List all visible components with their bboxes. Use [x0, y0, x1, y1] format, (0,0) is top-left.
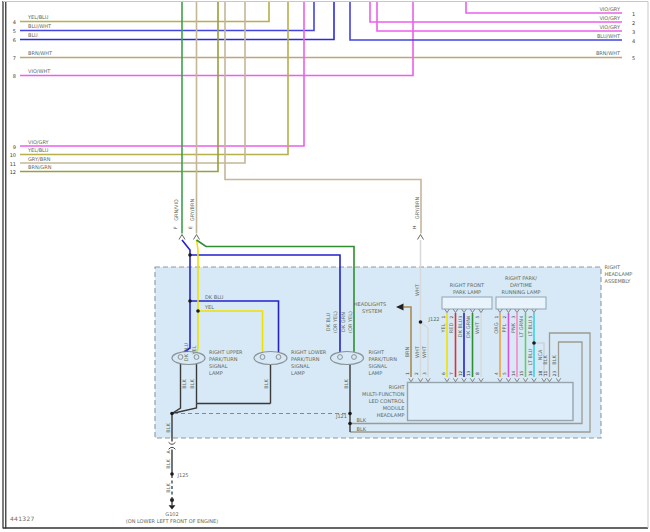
- module-pin-16: 16: [528, 371, 533, 377]
- label-lt-blu: LT BLU: [527, 348, 533, 365]
- label-ppl: PPL: [501, 323, 507, 332]
- label-or-yel: (OR YEL): [332, 311, 338, 333]
- label-dk-blu: DK BLU: [205, 294, 224, 300]
- label-red: RED: [448, 323, 454, 334]
- headlights-system-label-2: SYSTEM: [362, 308, 382, 314]
- module-title-5: HEADLAMP: [377, 412, 405, 418]
- junction-j121-lower: [348, 422, 352, 426]
- connector-f-arrow: [179, 235, 185, 240]
- right-pin-5: 5: [632, 55, 635, 61]
- module-pin-11: 11: [543, 371, 548, 377]
- right-lower-park-turn-signal-lamp-pin-1: [260, 355, 265, 360]
- label-blk: BLK: [343, 379, 349, 389]
- lamp1-title-1: RIGHT UPPER: [209, 349, 243, 355]
- connector-a-label: A: [166, 450, 171, 454]
- lamp3-title-1: RIGHT: [369, 349, 386, 355]
- label-blk: BLK: [189, 379, 195, 389]
- assembly-label-3: ASSEMBLY: [605, 278, 632, 284]
- label-3: 3: [511, 315, 516, 318]
- assembly-label-1: RIGHT: [605, 264, 622, 270]
- label-4: 4: [519, 315, 524, 318]
- label-wht: WHT: [414, 283, 420, 296]
- left-wire-11-gry-brn: [20, 1, 245, 163]
- label-yel: YEL: [440, 323, 446, 333]
- module-title-4: MODULE: [383, 405, 405, 411]
- lamp3-title-3: SIGNAL: [369, 363, 388, 369]
- left-pin-5: 5: [13, 28, 16, 34]
- label-blk: BLK: [165, 423, 171, 433]
- module-pin-2: 2: [414, 372, 419, 375]
- right-park-turn-signal-lamp: [331, 352, 364, 365]
- left-pin-7: 7: [13, 55, 16, 61]
- label-blk: BLK: [165, 483, 171, 493]
- vertical-gry-brn-to-h: [225, 1, 421, 234]
- module-pin-13: 13: [466, 371, 471, 377]
- label-yel: YEL: [204, 304, 214, 310]
- junction-j122: [419, 320, 423, 324]
- headlights-system-label-1: HEADLIGHTS: [354, 301, 386, 307]
- label-dk-blu: DK BLU: [325, 312, 331, 331]
- lamp2-title-4: LAMP: [291, 370, 305, 376]
- label-brn-grn: BRN/GRN: [28, 164, 52, 170]
- label-gry-brn: GRY/BRN: [414, 197, 420, 220]
- junction-yel-oval2: [196, 309, 200, 313]
- label-5: 5: [475, 315, 480, 318]
- module-pin-5: 5: [502, 372, 507, 375]
- label-brn-wht: BRN/WHT: [596, 50, 621, 56]
- module-pin-15: 15: [519, 371, 524, 377]
- label-wht: WHT: [414, 345, 420, 358]
- label-blu-wht: BLU/WHT: [28, 23, 52, 29]
- label-brn: BRN: [404, 346, 410, 357]
- left-pin-11: 11: [10, 161, 16, 167]
- right-park-turn-signal-lamp-pin-1: [338, 355, 343, 360]
- label-lt-blu: LT BLU: [527, 319, 533, 336]
- right-lower-park-turn-signal-lamp-pin-2: [276, 355, 281, 360]
- right-lower-park-turn-signal-lamp: [254, 352, 287, 365]
- ground-symbol-arrow: [169, 505, 176, 509]
- right-pin-3: 3: [632, 29, 635, 35]
- label-lt-grn: LT GRN: [518, 319, 524, 337]
- label-pnk: PNK: [510, 322, 516, 333]
- wiring-diagram: YEL/BLUBLU/WHTBLUBRN/WHTVIO/WHTVIO/GRYYE…: [0, 0, 650, 532]
- label-vio-wht: VIO/WHT: [28, 68, 51, 74]
- label-blu: BLU: [28, 32, 38, 38]
- right-pin-4: 4: [632, 38, 635, 44]
- left-pin-9: 9: [13, 144, 16, 150]
- g102-location-note: (ON LOWER LEFT FRONT OF ENGINE): [126, 518, 219, 524]
- label-blu-wht: BLU/WHT: [597, 33, 621, 39]
- label-blk: BLK: [551, 355, 557, 365]
- connector-e-arrow: [194, 235, 200, 240]
- module-pin-23: 23: [552, 371, 557, 377]
- left-wire-4-yel-blu: [20, 1, 269, 22]
- module-pin-18: 18: [538, 371, 543, 377]
- junction-ltblu-nca: [532, 341, 536, 345]
- label-gry-brn: GRY/BRN: [189, 199, 195, 222]
- connector-a-break-lower: [169, 447, 176, 449]
- module-pin-3: 3: [422, 372, 427, 375]
- label-vio-gry: VIO/GRY: [599, 6, 621, 12]
- label-dk-blu: DK BLU: [183, 342, 189, 361]
- diagram-reference-number: 441327: [10, 515, 35, 522]
- right-pin-1: 1: [632, 11, 635, 17]
- label-yel-blu: YEL/BLU: [27, 147, 49, 153]
- module-title-3: LED CONTROL: [369, 398, 405, 404]
- left-pin-4: 4: [13, 19, 16, 25]
- left-pin-12: 12: [10, 169, 16, 175]
- assembly-label-2: HEADLAMP: [605, 271, 633, 277]
- connector-h-label: H: [412, 226, 417, 229]
- label-blk: BLK: [357, 426, 367, 432]
- junction-ground-left: [170, 412, 174, 416]
- j125-label: J125: [177, 472, 189, 478]
- label-blk: BLK: [181, 379, 187, 389]
- left-pin-6: 6: [13, 37, 16, 43]
- connector-e-label: E: [188, 226, 193, 229]
- lamp2-title-2: PARK/TURN: [291, 356, 320, 362]
- lamp1-title-2: PARK/TURN: [209, 356, 238, 362]
- ground-symbol-dot: [170, 498, 174, 502]
- label-vio-gry: VIO/GRY: [599, 15, 621, 21]
- connector-f-label: F: [173, 226, 178, 229]
- right-wire-4-blu-wht: [350, 1, 622, 40]
- label-4: 4: [466, 315, 471, 318]
- label-blk: BLK: [357, 417, 367, 423]
- connector-a-break-upper: [169, 442, 176, 444]
